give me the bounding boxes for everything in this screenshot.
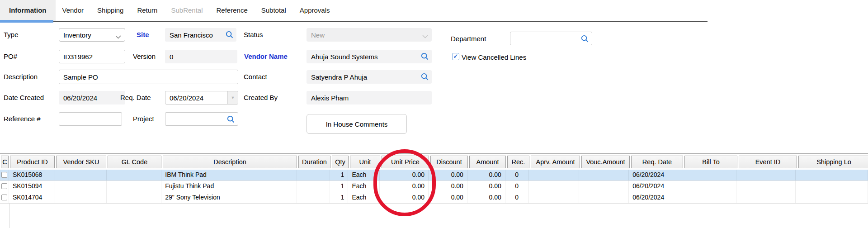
search-icon[interactable]: [420, 52, 429, 62]
type-dropdown[interactable]: Inventory: [59, 28, 125, 42]
table-cell[interactable]: 0.00: [429, 170, 467, 180]
search-icon[interactable]: [226, 115, 235, 125]
table-cell[interactable]: 1: [330, 181, 348, 192]
table-row[interactable]: SK015068IBM Think Pad1Each0.000.000.0000…: [0, 170, 868, 181]
col-header-aprv-amount[interactable]: Aprv. Amount: [531, 156, 580, 168]
tab-vendor[interactable]: Vendor: [56, 0, 91, 21]
table-cell[interactable]: SK015094: [9, 181, 55, 192]
table-cell[interactable]: [682, 181, 736, 192]
table-cell[interactable]: Each: [348, 181, 380, 192]
table-cell[interactable]: [796, 170, 868, 180]
po-number-input[interactable]: ID319962: [59, 50, 125, 63]
table-cell[interactable]: [579, 170, 629, 180]
table-cell[interactable]: 0.00: [380, 181, 429, 192]
site-field[interactable]: San Francisco: [165, 28, 236, 42]
table-cell[interactable]: [107, 170, 162, 180]
tab-reference[interactable]: Reference: [210, 0, 255, 21]
table-cell[interactable]: Fujistu Think Pad: [161, 181, 297, 192]
tab-information[interactable]: Information: [0, 0, 56, 21]
table-cell[interactable]: 0: [505, 192, 529, 203]
tab-subtotal[interactable]: Subtotal: [255, 0, 293, 21]
table-cell[interactable]: 06/20/2024: [629, 170, 682, 180]
tab-approvals[interactable]: Approvals: [293, 0, 337, 21]
table-cell[interactable]: [682, 192, 736, 203]
in-house-comments-button[interactable]: In House Comments: [307, 114, 407, 134]
search-icon[interactable]: [580, 34, 589, 44]
col-header-amount[interactable]: Amount: [469, 156, 506, 168]
table-cell[interactable]: [297, 170, 330, 180]
table-cell[interactable]: [107, 181, 162, 192]
table-cell[interactable]: 29" Sony Television: [161, 192, 297, 203]
contact-field[interactable]: Satyendra P Ahuja: [307, 70, 432, 84]
col-header-unit[interactable]: Unit: [350, 156, 380, 168]
table-cell[interactable]: Each: [348, 192, 380, 203]
col-header-unit-price[interactable]: Unit Price: [382, 156, 429, 168]
table-cell[interactable]: [579, 181, 629, 192]
col-header-qty[interactable]: Qty: [332, 156, 349, 168]
table-cell[interactable]: 0.00: [467, 192, 505, 203]
table-cell[interactable]: [297, 181, 330, 192]
view-cancelled-lines-checkbox[interactable]: ✓: [452, 53, 459, 60]
table-cell[interactable]: [55, 192, 107, 203]
col-header-duration[interactable]: Duration: [298, 156, 330, 168]
row-checkbox[interactable]: [1, 172, 7, 178]
department-input[interactable]: [510, 32, 592, 45]
table-cell[interactable]: SK014704: [9, 192, 55, 203]
vendor-name-label[interactable]: Vendor Name: [244, 52, 288, 61]
table-cell[interactable]: [55, 181, 107, 192]
table-cell[interactable]: Each: [348, 170, 380, 180]
site-label[interactable]: Site: [137, 31, 149, 39]
table-cell[interactable]: [529, 181, 580, 192]
table-cell[interactable]: [107, 192, 162, 203]
table-cell[interactable]: 0: [505, 181, 529, 192]
table-cell[interactable]: [796, 192, 868, 203]
date-picker-button[interactable]: ▼: [227, 91, 238, 104]
table-cell[interactable]: [55, 170, 107, 180]
table-row[interactable]: SK015094Fujistu Think Pad1Each0.000.000.…: [0, 181, 868, 192]
reference-number-input[interactable]: [59, 112, 122, 126]
tab-shipping[interactable]: Shipping: [90, 0, 130, 21]
row-checkbox[interactable]: [1, 195, 7, 200]
col-header-vendor-sku[interactable]: Vendor SKU: [56, 156, 106, 168]
col-header-bill-to[interactable]: Bill To: [684, 156, 737, 168]
row-checkbox[interactable]: [1, 183, 7, 189]
col-header-shipping-lo[interactable]: Shipping Lo: [798, 156, 868, 168]
view-cancelled-lines-label[interactable]: View Cancelled Lines: [462, 53, 526, 62]
table-cell[interactable]: 1: [330, 170, 348, 180]
table-cell[interactable]: 0.00: [429, 192, 467, 203]
table-cell[interactable]: [736, 181, 796, 192]
col-header-product-id[interactable]: Product ID: [10, 156, 55, 168]
table-cell[interactable]: [579, 192, 629, 203]
row-select-cell[interactable]: [0, 181, 9, 192]
table-cell[interactable]: [736, 192, 796, 203]
table-cell[interactable]: [796, 181, 868, 192]
table-row[interactable]: SK01470429" Sony Television1Each0.000.00…: [0, 192, 868, 204]
table-cell[interactable]: [682, 170, 736, 180]
col-header-c[interactable]: C: [1, 156, 9, 168]
table-cell[interactable]: 06/20/2024: [629, 192, 682, 203]
table-cell[interactable]: 0.00: [467, 170, 505, 180]
col-header-rec[interactable]: Rec.: [507, 156, 529, 168]
search-icon[interactable]: [225, 30, 234, 40]
table-cell[interactable]: [736, 170, 796, 180]
col-header-vouc-amount[interactable]: Vouc.Amount: [581, 156, 630, 168]
table-cell[interactable]: 0.00: [467, 181, 505, 192]
description-input[interactable]: Sample PO: [59, 70, 238, 84]
table-cell[interactable]: 0.00: [429, 181, 467, 192]
req-date-input[interactable]: 06/20/2024 ▼: [165, 91, 238, 104]
col-header-req-date[interactable]: Req. Date: [631, 156, 683, 168]
table-cell[interactable]: 0.00: [380, 192, 429, 203]
col-header-description[interactable]: Description: [163, 156, 297, 168]
table-cell[interactable]: 0.00: [380, 170, 429, 180]
search-icon[interactable]: [420, 72, 429, 82]
tab-return[interactable]: Return: [130, 0, 164, 21]
table-cell[interactable]: 1: [330, 192, 348, 203]
row-select-cell[interactable]: [0, 192, 9, 203]
row-select-cell[interactable]: [0, 170, 9, 180]
table-cell[interactable]: 0: [505, 170, 529, 180]
col-header-discount[interactable]: Discount: [430, 156, 468, 168]
table-cell[interactable]: [529, 170, 580, 180]
vendor-name-field[interactable]: Ahuja Sound Systems: [307, 50, 432, 63]
table-cell[interactable]: 06/20/2024: [629, 181, 682, 192]
table-cell[interactable]: IBM Think Pad: [161, 170, 297, 180]
